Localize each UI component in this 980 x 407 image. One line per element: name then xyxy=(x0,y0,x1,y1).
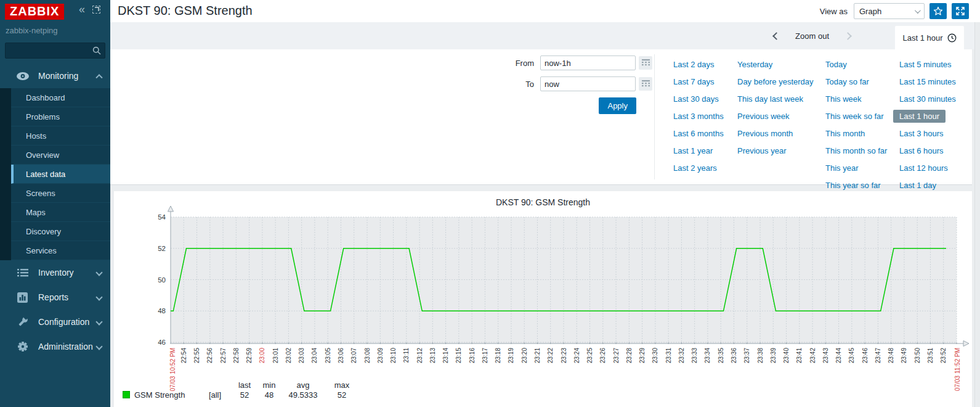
x-tick-label: 23:51 xyxy=(927,348,934,363)
x-tick-label: 23:17 xyxy=(482,348,488,363)
x-tick-label: 23:31 xyxy=(665,348,672,363)
quick-range-last-6-hours[interactable]: Last 6 hours xyxy=(893,144,950,157)
sidebar-item-monitoring[interactable]: Monitoring xyxy=(0,64,110,88)
sidebar-item-problems[interactable]: Problems xyxy=(11,107,110,126)
legend-header-min: min xyxy=(256,380,283,390)
x-tick-label: 23:36 xyxy=(731,348,737,363)
time-range-tab[interactable]: Last 1 hour xyxy=(895,26,964,49)
x-tick-label: 23:15 xyxy=(455,348,462,363)
y-tick-label: 52 xyxy=(158,245,166,252)
time-shift-right-icon[interactable] xyxy=(844,32,852,40)
quick-range-last-15-minutes[interactable]: Last 15 minutes xyxy=(893,75,962,88)
x-tick-label: 23:14 xyxy=(442,348,449,363)
sidebar-item-administration[interactable]: Administration xyxy=(0,334,110,359)
page-title: DKST 90: GSM Strength xyxy=(118,4,253,18)
legend-header-last: last xyxy=(233,380,256,390)
zoom-out-button[interactable]: Zoom out xyxy=(795,31,829,41)
sidebar-item-configuration[interactable]: Configuration xyxy=(0,310,110,334)
stat-min: 48 xyxy=(256,390,283,400)
quick-range-last-30-days[interactable]: Last 30 days xyxy=(667,92,725,105)
list-icon xyxy=(17,268,28,278)
eye-icon xyxy=(16,72,30,81)
graph-panel: DKST 90: GSM Strength 545250484622:5422:… xyxy=(114,191,972,407)
chevron-down-icon xyxy=(95,294,102,300)
x-tick-label: 22:59 xyxy=(246,348,253,363)
sidebar-item-hosts[interactable]: Hosts xyxy=(11,126,110,146)
to-calendar-button[interactable] xyxy=(639,77,652,91)
legend-header-max: max xyxy=(323,380,360,390)
y-axis-arrow xyxy=(168,206,174,212)
quick-range-last-1-year[interactable]: Last 1 year xyxy=(667,144,719,157)
kiosk-mode-icon[interactable] xyxy=(92,6,100,14)
quick-range-last-2-days[interactable]: Last 2 days xyxy=(667,58,721,71)
zabbix-logo[interactable]: ZABBIX xyxy=(5,4,64,20)
favorite-button[interactable] xyxy=(929,3,947,19)
apply-button[interactable]: Apply xyxy=(599,97,636,114)
quick-range-this-day-last-week[interactable]: This day last week xyxy=(731,92,809,105)
from-calendar-button[interactable] xyxy=(639,56,652,70)
x-tick-label: 23:47 xyxy=(875,348,881,363)
quick-range-last-3-hours[interactable]: Last 3 hours xyxy=(893,127,950,140)
quick-range-yesterday[interactable]: Yesterday xyxy=(731,58,779,71)
quick-range-last-6-months[interactable]: Last 6 months xyxy=(667,127,730,140)
quick-range-last-3-months[interactable]: Last 3 months xyxy=(667,110,730,123)
x-tick-label: 23:38 xyxy=(757,348,764,363)
x-tick-label: 23:49 xyxy=(901,348,907,363)
wrench-icon xyxy=(17,316,28,327)
fullscreen-button[interactable] xyxy=(952,3,969,19)
sidebar-item-latest-data[interactable]: Latest data xyxy=(11,165,110,184)
sidebar: ZABBIX « zabbix-netping Monitoring Dashb… xyxy=(0,0,110,407)
quick-range-this-year[interactable]: This year xyxy=(819,162,864,175)
collapse-sidebar-icon[interactable]: « xyxy=(79,5,85,14)
x-tick-label: 23:34 xyxy=(704,348,711,363)
x-tick-label: 23:05 xyxy=(325,348,331,363)
quick-range-this-month[interactable]: This month xyxy=(819,127,871,140)
quick-range-last-30-minutes[interactable]: Last 30 minutes xyxy=(893,92,962,105)
x-tick-label: 23:21 xyxy=(534,348,541,363)
quick-range-today-so-far[interactable]: Today so far xyxy=(819,75,875,88)
sidebar-item-dashboard[interactable]: Dashboard xyxy=(11,88,110,107)
quick-range-last-7-days[interactable]: Last 7 days xyxy=(667,75,721,88)
chart-plot-area[interactable]: 545250484622:5422:5522:5622:5722:5822:59… xyxy=(114,191,972,407)
quick-range-this-year-so-far[interactable]: This year so far xyxy=(819,179,887,192)
x-tick-label: 23:20 xyxy=(521,348,528,363)
quick-range-this-week-so-far[interactable]: This week so far xyxy=(819,110,890,123)
bar-chart-icon xyxy=(17,292,28,303)
quick-range-last-5-minutes[interactable]: Last 5 minutes xyxy=(893,58,958,71)
quick-range-day-before-yesterday[interactable]: Day before yesterday xyxy=(731,75,820,88)
quick-range-last-1-day[interactable]: Last 1 day xyxy=(893,179,942,192)
quick-ranges: Last 2 daysLast 7 daysLast 30 daysLast 3… xyxy=(673,58,967,196)
x-tick-label: 23:28 xyxy=(626,348,633,363)
quick-range-last-2-years[interactable]: Last 2 years xyxy=(667,162,723,175)
from-input[interactable] xyxy=(540,56,636,70)
quick-range-last-12-hours[interactable]: Last 12 hours xyxy=(893,162,954,175)
sidebar-item-services[interactable]: Services xyxy=(11,241,110,260)
x-tick-label: 23:03 xyxy=(298,348,305,363)
quick-range-last-1-hour[interactable]: Last 1 hour xyxy=(893,110,946,123)
scrollbar-track[interactable] xyxy=(974,22,980,407)
sidebar-item-inventory[interactable]: Inventory xyxy=(0,260,110,285)
sidebar-item-label: Monitoring xyxy=(38,71,97,81)
quick-range-column: Last 2 daysLast 7 daysLast 30 daysLast 3… xyxy=(673,58,737,196)
sidebar-search-input[interactable] xyxy=(5,43,105,59)
sidebar-item-reports[interactable]: Reports xyxy=(0,285,110,310)
sidebar-item-maps[interactable]: Maps xyxy=(11,203,110,222)
x-tick-label: 23:13 xyxy=(429,348,436,363)
quick-range-today[interactable]: Today xyxy=(819,58,853,71)
x-tick-label: 23:00 xyxy=(259,348,265,363)
time-shift-left-icon[interactable] xyxy=(772,32,780,40)
sidebar-item-screens[interactable]: Screens xyxy=(11,184,110,203)
quick-range-this-week[interactable]: This week xyxy=(819,92,868,105)
sidebar-item-discovery[interactable]: Discovery xyxy=(11,222,110,241)
quick-range-previous-year[interactable]: Previous year xyxy=(731,144,792,157)
quick-range-previous-month[interactable]: Previous month xyxy=(731,127,799,140)
quick-range-previous-week[interactable]: Previous week xyxy=(731,110,796,123)
x-tick-label: 23:10 xyxy=(390,348,397,363)
chart-legend: last min avg max GSM Strength [all] 52 4… xyxy=(123,380,360,400)
view-as-label: View as xyxy=(820,7,848,16)
sidebar-item-overview[interactable]: Overview xyxy=(11,146,110,165)
to-input[interactable] xyxy=(540,76,636,91)
x-tick-label: 23:30 xyxy=(652,348,658,363)
quick-range-this-month-so-far[interactable]: This month so far xyxy=(819,144,893,157)
view-as-select[interactable]: Graph xyxy=(854,3,925,19)
